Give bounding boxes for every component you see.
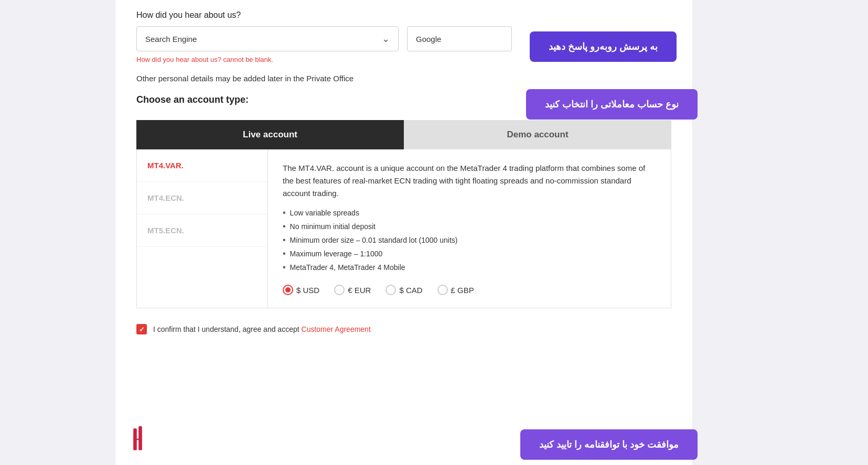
account-description: The MT4.VAR. account is a unique account… [283,162,656,200]
radio-gbp[interactable] [437,285,448,295]
currency-cad[interactable]: $ CAD [385,285,422,295]
checkmark-icon: ✓ [139,326,145,333]
confirm-text: I confirm that I understand, agree and a… [153,325,371,333]
radio-cad[interactable] [385,285,396,295]
answer-bubble: به پرسش روبه‌رو پاسخ دهید [530,31,677,62]
logo-container [131,426,157,455]
currency-eur[interactable]: € EUR [334,285,371,295]
hear-about-label: How did you hear about us? [136,10,671,20]
currency-gbp[interactable]: £ GBP [437,285,474,295]
tab-live[interactable]: Live account [136,120,404,149]
currency-row: $ USD € EUR $ CAD £ GBP [283,285,656,295]
sidebar-item-mt4var[interactable]: MT4.VAR. [137,149,267,182]
currency-usd[interactable]: $ USD [283,285,319,295]
account-panel: MT4.VAR. MT4.ECN. MT5.ECN. The MT4.VAR. … [136,149,671,308]
account-sidebar: MT4.VAR. MT4.ECN. MT5.ECN. [137,149,268,308]
sidebar-item-mt4ecn[interactable]: MT4.ECN. [137,182,267,214]
hear-about-text-input[interactable] [407,26,512,51]
account-tabs: Live account Demo account [136,120,671,149]
radio-eur[interactable] [334,285,345,295]
other-details-text: Other personal details may be added late… [136,74,671,83]
feature-item: No minimum initial deposit [283,222,656,231]
agree-checkbox[interactable]: ✓ [136,324,147,334]
account-type-bubble: نوع حساب معاملاتی را انتخاب کنید [526,89,698,120]
radio-usd-inner [285,287,291,293]
feature-item: Maximum leverage – 1:1000 [283,249,656,258]
confirm-row: ✓ I confirm that I understand, agree and… [136,319,671,340]
feature-item: Minimum order size – 0.01 standard lot (… [283,235,656,245]
tab-demo[interactable]: Demo account [404,120,671,149]
account-features-list: Low variable spreads No minimum initial … [283,208,656,272]
radio-usd[interactable] [283,285,293,295]
account-content: The MT4.VAR. account is a unique account… [268,149,671,308]
hear-about-dropdown[interactable]: Search Engine ⌄ Search Engine Social Med… [136,26,399,51]
feature-item: MetaTrader 4, MetaTrader 4 Mobile [283,263,656,272]
agreement-bubble: موافقت خود با توافقنامه را تایید کنید [520,429,698,460]
main-container: How did you hear about us? Search Engine… [115,0,692,465]
choose-account-row: Choose an account type: نوع حساب معاملات… [136,94,671,113]
svg-rect-1 [138,426,142,450]
sidebar-item-mt5ecn[interactable]: MT5.ECN. [137,214,267,247]
choose-account-label: Choose an account type: [136,94,249,105]
feature-item: Low variable spreads [283,208,656,218]
hear-about-section: How did you hear about us? Search Engine… [136,10,671,63]
customer-agreement-link[interactable]: Customer Agreement [302,325,371,333]
logo-icon [131,426,157,452]
